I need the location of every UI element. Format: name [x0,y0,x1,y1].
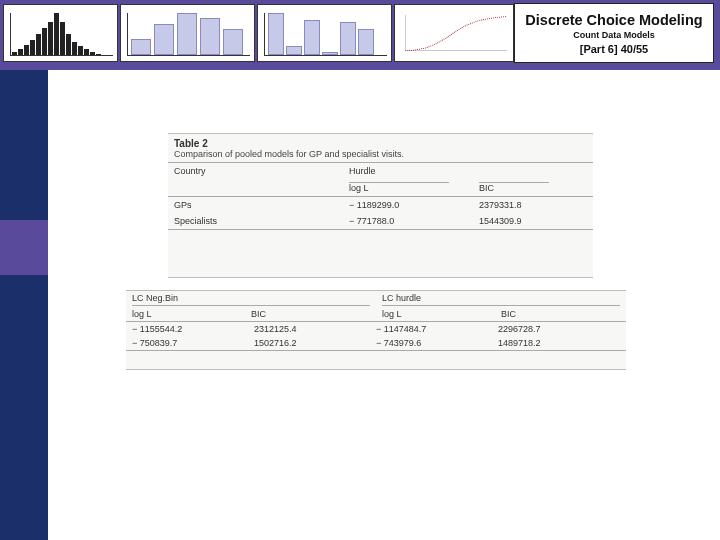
cell: 2312125.4 [254,324,376,334]
table-row: − 1155544.2 2312125.4 − 1147484.7 229672… [126,322,626,336]
subheader-bic: BIC [479,182,549,193]
subheader-bic: BIC [501,309,620,319]
slide-subtitle: Count Data Models [573,30,655,40]
subheader-bic: BIC [251,309,370,319]
left-sidebar [0,70,48,540]
cell: − 1147484.7 [376,324,498,334]
row-name: GPs [168,197,288,213]
slide-title: Discrete Choice Modeling [525,12,702,28]
table-caption: Comparison of pooled models for GP and s… [168,149,593,162]
row-bic: 1544309.9 [473,213,593,229]
header-mini-charts [3,4,514,64]
mini-chart-1 [3,4,118,62]
row-bic: 2379331.8 [473,197,593,213]
section-label-lcnegbin: LC Neg.Bin [132,293,370,305]
col-header-hurdle: Hurdle [343,163,473,179]
table-label: Table 2 [168,134,593,149]
row-logl: − 771788.0 [343,213,473,229]
subheader-logl: log L [132,309,251,319]
mini-chart-2 [120,4,255,62]
table-2-upper: Table 2 Comparison of pooled models for … [168,133,593,278]
row-logl: − 1189299.0 [343,197,473,213]
section-label-lchurdle: LC hurdle [382,293,620,305]
cell: 1489718.2 [498,338,620,348]
mini-chart-3 [257,4,392,62]
slide-content: Table 2 Comparison of pooled models for … [48,70,720,540]
sidebar-accent-band [0,220,48,275]
table-2-lower: LC Neg.Bin log L BIC LC hurdle log L BIC… [126,290,626,370]
table-row: − 750839.7 1502716.2 − 743979.6 1489718.… [126,336,626,350]
table-row: GPs − 1189299.0 2379331.8 [168,197,593,213]
cell: − 1155544.2 [132,324,254,334]
cell: − 750839.7 [132,338,254,348]
subheader-logl: log L [349,182,449,193]
row-name: Specialists [168,213,288,229]
subheader-logl: log L [382,309,501,319]
slide-part-indicator: [Part 6] 40/55 [580,43,648,55]
mini-chart-4 [394,4,514,62]
table-row: Specialists − 771788.0 1544309.9 [168,213,593,229]
cell: − 743979.6 [376,338,498,348]
cell: 2296728.7 [498,324,620,334]
cell: 1502716.2 [254,338,376,348]
col-header-country: Country [168,163,288,179]
slide-title-box: Discrete Choice Modeling Count Data Mode… [514,3,714,63]
